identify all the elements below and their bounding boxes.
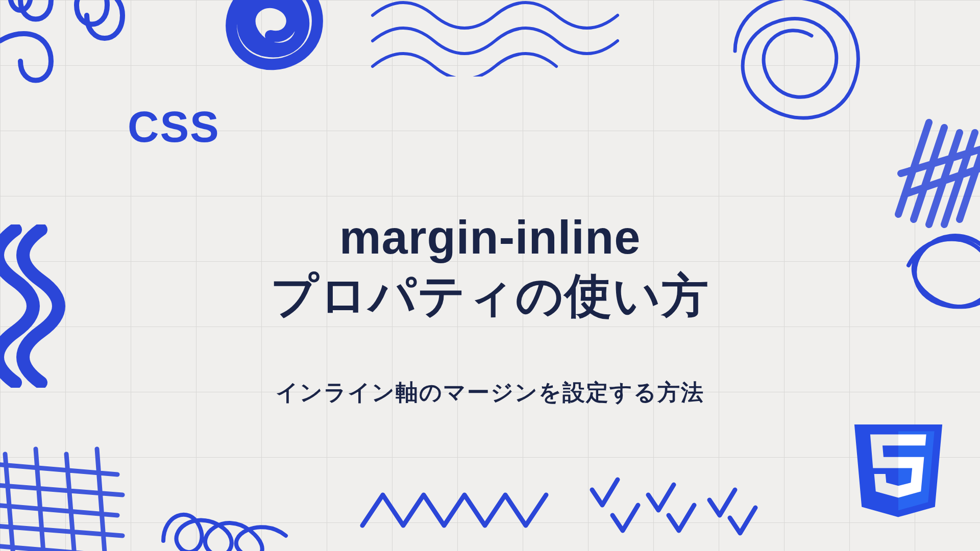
doodle-wave-lines-icon xyxy=(368,0,633,77)
doodle-zigzag-icon xyxy=(357,480,561,541)
doodle-swirl-icon xyxy=(709,0,888,128)
poster-canvas: CSS margin-inline プロパティの使い方 インライン軸のマージンを… xyxy=(0,0,980,551)
subtitle: インライン軸のマージンを設定する方法 xyxy=(276,378,704,408)
doodle-dense-scribble-icon xyxy=(0,439,138,551)
main-title: margin-inline プロパティの使い方 xyxy=(271,209,709,327)
title-line-1: margin-inline xyxy=(271,209,709,265)
doodle-vertical-wave-icon xyxy=(0,224,71,388)
doodle-tangle-icon xyxy=(893,214,980,316)
category-label: CSS xyxy=(128,102,220,152)
css3-shield-icon xyxy=(847,416,949,531)
doodle-horizontal-loops-icon xyxy=(153,490,306,551)
doodle-loops-icon xyxy=(0,0,163,92)
doodle-checkmarks-icon xyxy=(582,469,776,541)
title-line-2: プロパティの使い方 xyxy=(271,265,709,327)
doodle-crayon-mark-icon xyxy=(878,102,980,235)
doodle-scribble-ball-icon xyxy=(214,0,337,87)
